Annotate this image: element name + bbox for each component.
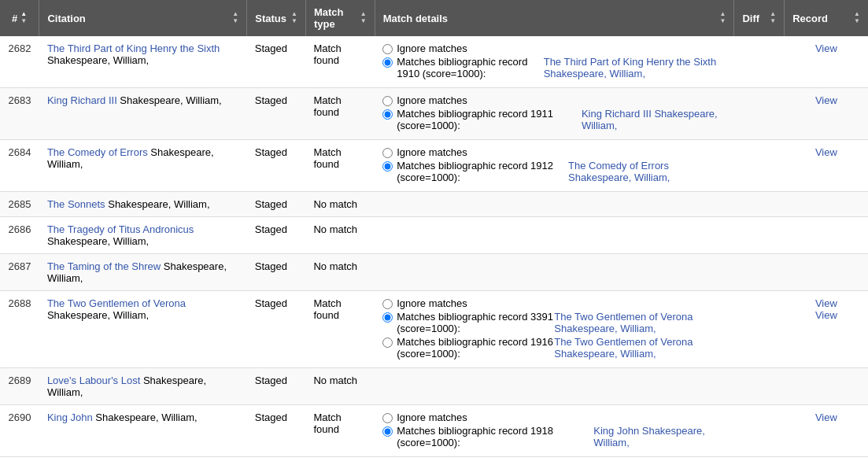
col-header-citation[interactable]: Citation ▲ ▼ [39, 0, 247, 36]
match-type-cell: Match found [305, 88, 375, 140]
match-radio-2[interactable] [382, 338, 393, 348]
match-type-cell: No match [305, 192, 375, 217]
match-record-link[interactable]: King Richard III Shakespeare, William, [582, 108, 726, 131]
sort-arrows-num: ▲ ▼ [20, 11, 27, 25]
status-cell: Staged [247, 88, 306, 140]
col-header-record[interactable]: Record ▲ ▼ [785, 0, 868, 36]
citation-link[interactable]: The Comedy of Errors [47, 146, 148, 158]
match-radio-1[interactable] [382, 426, 393, 437]
status-cell: Staged [247, 254, 306, 291]
citation-cell: The Third Part of King Henry the Sixth S… [39, 36, 247, 88]
match-record-link[interactable]: The Two Gentlemen of Verona Shakespeare,… [554, 336, 726, 360]
row-number: 2689 [0, 368, 39, 405]
match-type-cell: Match found [305, 140, 375, 192]
col-header-matchtype[interactable]: Match type ▲ ▼ [305, 0, 375, 36]
match-option-label: Ignore matches [397, 94, 467, 106]
table-row: 2685The Sonnets Shakespeare, William,Sta… [0, 192, 868, 217]
col-header-matchdetails[interactable]: Match details ▲ ▼ [375, 0, 734, 36]
match-record-link[interactable]: The Two Gentlemen of Verona Shakespeare,… [554, 311, 726, 334]
table-row: 2687The Taming of the Shrew Shakespeare,… [0, 254, 868, 291]
match-option-row: Matches bibliographic record 1911 (score… [382, 108, 726, 131]
match-radio-0[interactable] [382, 299, 393, 309]
diff-cell [734, 192, 785, 217]
match-record-link[interactable]: King John Shakespeare, William, [593, 425, 726, 448]
row-number: 2690 [0, 405, 39, 457]
status-cell: Staged [247, 405, 306, 457]
view-link-0[interactable]: View [792, 94, 860, 106]
row-number: 2686 [0, 217, 39, 254]
citation-cell: The Two Gentlemen of Verona Shakespeare,… [39, 291, 247, 368]
match-details-cell [375, 192, 734, 217]
match-details-cell: Ignore matchesMatches bibliographic reco… [375, 36, 734, 88]
citation-link[interactable]: King Richard III [47, 94, 117, 106]
row-number: 2684 [0, 140, 39, 192]
match-radio-1[interactable] [382, 109, 393, 120]
match-option-label: Matches bibliographic record 1910 (score… [397, 56, 543, 79]
record-cell: View [785, 36, 868, 88]
match-radio-0[interactable] [382, 148, 393, 158]
diff-cell [734, 368, 785, 405]
match-option-label: Matches bibliographic record 3391 (score… [397, 311, 554, 334]
view-link-0[interactable]: View [792, 297, 860, 309]
citation-link[interactable]: King John [47, 411, 93, 423]
col-status-label: Status [255, 13, 286, 24]
citation-link[interactable]: The Tragedy of Titus Andronicus [47, 223, 194, 235]
match-type-cell: No match [305, 217, 375, 254]
col-matchtype-label: Match type [314, 6, 357, 30]
citation-link[interactable]: Love's Labour's Lost [47, 375, 140, 386]
view-link-0[interactable]: View [792, 42, 860, 54]
match-radio-0[interactable] [382, 413, 393, 423]
row-number: 2688 [0, 291, 39, 368]
sort-arrows-matchdetails: ▲ ▼ [719, 11, 726, 25]
status-cell: Staged [247, 368, 306, 405]
match-record-link[interactable]: The Comedy of Errors Shakespeare, Willia… [568, 160, 726, 183]
citation-cell: King Richard III Shakespeare, William, [39, 88, 247, 140]
table-row: 2689Love's Labour's Lost Shakespeare, Wi… [0, 368, 868, 405]
match-type-cell: No match [305, 254, 375, 291]
sort-arrows-record: ▲ ▼ [854, 11, 860, 25]
match-radio-0[interactable] [382, 96, 393, 106]
citation-link[interactable]: The Taming of the Shrew [47, 260, 161, 272]
diff-cell [734, 291, 785, 368]
col-citation-label: Citation [47, 13, 85, 24]
record-cell: View [785, 405, 868, 457]
row-number: 2685 [0, 192, 39, 217]
diff-cell [734, 405, 785, 457]
match-details-cell: Ignore matchesMatches bibliographic reco… [375, 140, 734, 192]
record-cell [785, 217, 868, 254]
match-radio-1[interactable] [382, 312, 393, 323]
col-diff-label: Diff [742, 13, 759, 24]
diff-cell [734, 217, 785, 254]
record-cell: View [785, 140, 868, 192]
match-radio-1[interactable] [382, 161, 393, 172]
view-link-1[interactable]: View [792, 309, 860, 321]
citation-link[interactable]: The Sonnets [47, 198, 105, 210]
citation-cell: The Taming of the Shrew Shakespeare, Wil… [39, 254, 247, 291]
match-details-cell: Ignore matchesMatches bibliographic reco… [375, 405, 734, 457]
citation-cell: Love's Labour's Lost Shakespeare, Willia… [39, 368, 247, 405]
citation-link[interactable]: The Two Gentlemen of Verona [47, 297, 186, 309]
view-link-0[interactable]: View [792, 146, 860, 158]
col-header-status[interactable]: Status ▲ ▼ [247, 0, 306, 36]
match-option-row: Matches bibliographic record 1918 (score… [382, 425, 726, 448]
match-radio-0[interactable] [382, 44, 393, 54]
row-number: 2682 [0, 36, 39, 88]
sort-arrows-citation: ▲ ▼ [232, 11, 238, 25]
view-link-0[interactable]: View [792, 411, 860, 423]
match-record-link[interactable]: The Third Part of King Henry the Sixth S… [544, 56, 726, 79]
match-radio-1[interactable] [382, 57, 393, 68]
match-option-row: Ignore matches [382, 411, 726, 423]
record-cell [785, 368, 868, 405]
record-cell [785, 192, 868, 217]
match-details-cell [375, 368, 734, 405]
citation-cell: The Tragedy of Titus Andronicus Shakespe… [39, 217, 247, 254]
status-cell: Staged [247, 217, 306, 254]
citation-link[interactable]: The Third Part of King Henry the Sixth [47, 42, 220, 54]
table-row: 2682The Third Part of King Henry the Six… [0, 36, 868, 88]
col-header-num[interactable]: # ▲ ▼ [0, 0, 39, 36]
diff-cell [734, 36, 785, 88]
match-option-label: Matches bibliographic record 1911 (score… [397, 108, 582, 131]
col-header-diff[interactable]: Diff ▲ ▼ [734, 0, 785, 36]
match-option-label: Matches bibliographic record 1918 (score… [397, 425, 593, 448]
row-number: 2683 [0, 88, 39, 140]
